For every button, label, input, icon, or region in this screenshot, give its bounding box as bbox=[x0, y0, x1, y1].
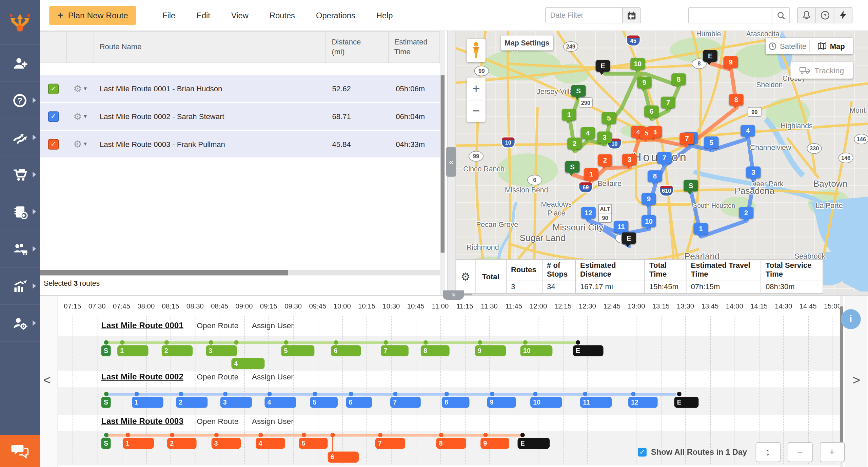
collapse-bottom-panel-button[interactable]: « bbox=[443, 291, 464, 300]
timeline-stop-0002-12[interactable]: 12 bbox=[628, 397, 658, 408]
timeline-stop-0002-3[interactable]: 3 bbox=[220, 397, 252, 408]
sidebar-item-analytics[interactable] bbox=[0, 268, 40, 305]
chat-button[interactable] bbox=[0, 435, 40, 467]
timeline-stop-0001-5[interactable]: 5 bbox=[281, 345, 314, 356]
sidebar-item-user-plus[interactable] bbox=[0, 45, 40, 82]
map-stop-marker-orange-3[interactable]: 3 bbox=[622, 154, 636, 165]
route-actions-button[interactable]: ⚙▼ bbox=[67, 83, 94, 94]
search-input[interactable] bbox=[688, 7, 772, 23]
pegman-control[interactable] bbox=[467, 39, 486, 62]
timeline-stop-0003-7[interactable]: 7 bbox=[375, 438, 405, 449]
map-stop-marker-orange-9[interactable]: 9 bbox=[724, 56, 738, 68]
table-row[interactable]: ✓⚙▼Last Mile Route 0003 - Frank Pullman4… bbox=[40, 131, 440, 157]
route-name[interactable]: Last Mile Route 0002 - Sarah Stewart bbox=[94, 112, 327, 120]
timeline-stop-0001-9[interactable]: 9 bbox=[475, 345, 506, 356]
timeline-stop-0001-4[interactable]: 4 bbox=[231, 358, 264, 369]
timeline-stop-0001-S[interactable]: S bbox=[101, 345, 111, 356]
menu-file[interactable]: File bbox=[152, 6, 186, 24]
map-stop-marker-orange-7[interactable]: 7 bbox=[680, 133, 694, 144]
plan-new-route-button[interactable]: + Plan New Route bbox=[49, 6, 136, 25]
route-name[interactable]: Last Mile Route 0001 - Brian Hudson bbox=[94, 85, 327, 93]
date-filter-input[interactable] bbox=[545, 7, 623, 23]
map-stop-marker-orange-S[interactable]: S bbox=[565, 161, 579, 172]
map-settings-button[interactable]: Map Settings bbox=[501, 35, 553, 50]
totals-settings-button[interactable]: ⚙ bbox=[456, 260, 475, 293]
table-vertical-scrollbar[interactable] bbox=[440, 31, 445, 295]
timeline-info-button[interactable]: i bbox=[841, 309, 861, 329]
sidebar-item-routes[interactable] bbox=[0, 119, 40, 156]
map-stop-marker-green-E[interactable]: E bbox=[596, 60, 610, 72]
menu-help[interactable]: Help bbox=[366, 6, 403, 24]
map-stop-marker-orange-5[interactable]: 5 bbox=[639, 127, 654, 139]
sidebar-item-team-vehicles[interactable] bbox=[0, 230, 40, 267]
map-stop-marker-green-5[interactable]: 5 bbox=[602, 112, 616, 124]
map-stop-marker-blue-10[interactable]: 10 bbox=[642, 215, 656, 227]
map-stop-marker-blue-7[interactable]: 7 bbox=[657, 152, 671, 164]
timeline-stop-0003-8[interactable]: 8 bbox=[436, 438, 466, 449]
column-route-name[interactable]: Route Name bbox=[94, 32, 326, 62]
timeline-stop-0002-10[interactable]: 10 bbox=[530, 397, 562, 408]
sidebar-item-user-settings[interactable] bbox=[0, 305, 40, 342]
map-stop-marker-blue-11[interactable]: 11 bbox=[614, 221, 628, 232]
map-stop-marker-orange-1[interactable]: 1 bbox=[584, 168, 598, 180]
assign-user-link[interactable]: Assign User bbox=[252, 372, 294, 381]
timeline-stop-0001-2[interactable]: 2 bbox=[162, 345, 193, 356]
tracking-button[interactable]: Tracking bbox=[790, 62, 853, 79]
route-name-link[interactable]: Last Mile Route 0003 bbox=[101, 416, 183, 426]
timeline-stop-0001-8[interactable]: 8 bbox=[421, 345, 450, 356]
map-stop-marker-blue-8[interactable]: 8 bbox=[648, 170, 662, 182]
timeline-stop-0002-7[interactable]: 7 bbox=[390, 397, 421, 408]
timeline-stop-0002-E[interactable]: E bbox=[674, 397, 699, 408]
app-logo[interactable] bbox=[0, 0, 40, 45]
map-stop-marker-blue-5[interactable]: 5 bbox=[704, 136, 718, 148]
menu-view[interactable]: View bbox=[221, 6, 259, 24]
timeline-stop-0001-7[interactable]: 7 bbox=[381, 345, 409, 356]
timeline-expand-button[interactable]: ↕ bbox=[755, 442, 780, 462]
route-checkbox[interactable]: ✓ bbox=[48, 83, 59, 94]
menu-routes[interactable]: Routes bbox=[259, 6, 305, 24]
timeline-stop-0001-10[interactable]: 10 bbox=[520, 345, 553, 356]
map-stop-marker-green-4[interactable]: 4 bbox=[581, 127, 595, 139]
timeline-stop-0001-3[interactable]: 3 bbox=[206, 345, 237, 356]
route-name-link[interactable]: Last Mile Route 0002 bbox=[101, 372, 183, 381]
timeline-stop-0003-E[interactable]: E bbox=[518, 438, 550, 449]
map-stop-marker-blue-E[interactable]: E bbox=[622, 232, 636, 244]
map-stop-marker-blue-2[interactable]: 2 bbox=[739, 207, 753, 219]
timeline-stop-0003-3[interactable]: 3 bbox=[212, 438, 241, 449]
search-button[interactable] bbox=[772, 7, 790, 23]
map[interactable]: HumbleAtascocitaCypressJersey VillageShe… bbox=[456, 31, 868, 295]
zoom-in-button[interactable]: + bbox=[467, 78, 486, 99]
map-stop-marker-blue-12[interactable]: 12 bbox=[581, 207, 595, 219]
map-stop-marker-blue-9[interactable]: 9 bbox=[642, 193, 656, 205]
map-stop-marker-green-7[interactable]: 7 bbox=[661, 97, 675, 108]
map-stop-marker-orange-2[interactable]: 2 bbox=[598, 154, 612, 166]
column-distance[interactable]: Distance (mi) bbox=[326, 32, 389, 62]
timeline-stop-0003-1[interactable]: 1 bbox=[123, 438, 154, 449]
map-stop-marker-green-1[interactable]: 1 bbox=[562, 109, 576, 120]
timeline-stop-0003-S[interactable]: S bbox=[101, 438, 111, 449]
timeline-stop-0002-5[interactable]: 5 bbox=[310, 397, 338, 408]
map-toggle-button[interactable]: Map bbox=[810, 38, 853, 54]
map-stop-marker-orange-8[interactable]: 8 bbox=[729, 94, 743, 106]
map-stop-marker-blue-S[interactable]: S bbox=[684, 180, 698, 191]
map-stop-marker-green-2[interactable]: 2 bbox=[567, 138, 581, 149]
timeline-stop-0002-11[interactable]: 11 bbox=[580, 397, 612, 408]
timeline-stop-0003-9[interactable]: 9 bbox=[480, 438, 509, 449]
timeline-prev-button[interactable]: < bbox=[43, 372, 51, 388]
map-stop-marker-green-10[interactable]: 10 bbox=[631, 58, 645, 69]
map-stop-marker-green-8[interactable]: 8 bbox=[671, 73, 686, 85]
collapse-left-panel-button[interactable]: « bbox=[446, 147, 456, 177]
timeline-stop-0002-4[interactable]: 4 bbox=[264, 397, 296, 408]
route-name-link[interactable]: Last Mile Route 0001 bbox=[101, 320, 183, 330]
timeline-stop-0002-6[interactable]: 6 bbox=[346, 397, 372, 408]
timeline-zoom-in-button[interactable]: + bbox=[820, 442, 844, 462]
date-filter-calendar-button[interactable] bbox=[622, 7, 641, 23]
sidebar-item-cart[interactable] bbox=[0, 156, 40, 193]
menu-edit[interactable]: Edit bbox=[186, 6, 221, 24]
map-stop-marker-blue-4[interactable]: 4 bbox=[741, 125, 755, 136]
table-horizontal-scrollbar[interactable] bbox=[40, 270, 440, 275]
open-route-link[interactable]: Open Route bbox=[197, 372, 238, 381]
route-checkbox[interactable]: ✓ bbox=[48, 139, 59, 149]
activity-button[interactable] bbox=[834, 7, 852, 23]
map-stop-marker-blue-3[interactable]: 3 bbox=[746, 166, 761, 178]
